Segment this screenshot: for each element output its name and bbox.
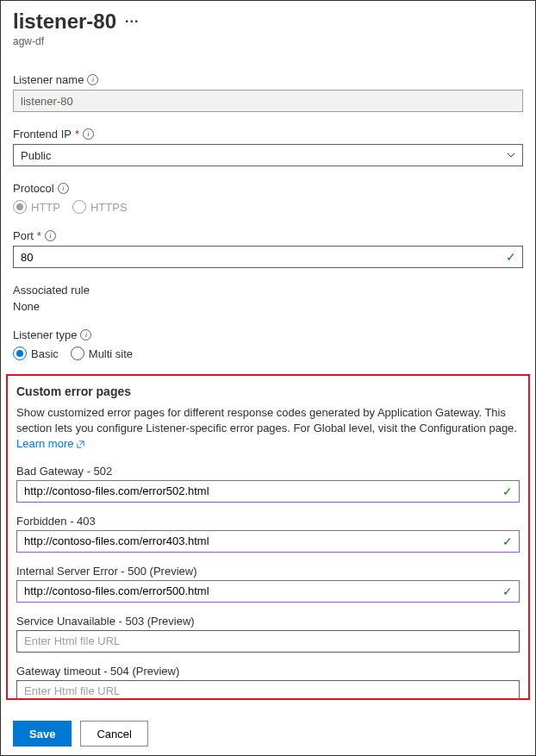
header: listener-80 ··· agw-df — [1, 1, 535, 51]
cancel-button[interactable]: Cancel — [80, 721, 147, 747]
port-label: Port — [13, 229, 34, 242]
field-port: Port * i ✓ — [13, 229, 523, 268]
info-icon[interactable]: i — [87, 74, 98, 85]
associated-rule-label: Associated rule — [13, 284, 90, 297]
listener-type-basic-radio[interactable]: Basic — [13, 347, 59, 360]
protocol-https-radio[interactable]: HTTPS — [72, 200, 128, 214]
error-page-url-input[interactable] — [16, 630, 520, 653]
error-page-label: Internal Server Error - 500 (Preview) — [16, 565, 520, 578]
frontend-ip-select[interactable]: Public — [13, 144, 523, 166]
error-page-url-input[interactable] — [16, 480, 520, 503]
error-page-field: Gateway timeout - 504 (Preview) — [16, 665, 520, 700]
custom-error-pages-section: Custom error pages Show customized error… — [6, 374, 530, 700]
required-indicator: * — [75, 128, 79, 141]
custom-errors-title: Custom error pages — [16, 384, 520, 398]
field-listener-type: Listener type i Basic Multi site — [13, 328, 523, 360]
resource-subtitle: agw-df — [13, 35, 523, 47]
required-indicator: * — [37, 229, 41, 242]
frontend-ip-label: Frontend IP — [13, 128, 72, 141]
field-listener-name: Listener name i — [13, 73, 523, 112]
page-title: listener-80 — [13, 9, 116, 34]
frontend-ip-value: Public — [21, 149, 51, 162]
listener-type-multi-label: Multi site — [89, 347, 133, 360]
protocol-http-label: HTTP — [31, 201, 60, 214]
error-page-url-input[interactable] — [16, 530, 520, 553]
more-actions-icon[interactable]: ··· — [125, 14, 139, 29]
info-icon[interactable]: i — [58, 183, 69, 194]
error-page-label: Bad Gateway - 502 — [16, 465, 520, 478]
listener-name-input — [13, 90, 523, 112]
error-page-label: Forbidden - 403 — [16, 515, 520, 528]
field-protocol: Protocol i HTTP HTTPS — [13, 182, 523, 214]
error-page-label: Service Unavailable - 503 (Preview) — [16, 615, 520, 628]
error-page-label: Gateway timeout - 504 (Preview) — [16, 665, 520, 678]
info-icon[interactable]: i — [45, 230, 56, 241]
listener-name-label: Listener name — [13, 73, 84, 86]
listener-type-basic-label: Basic — [31, 347, 59, 360]
info-icon[interactable]: i — [83, 128, 94, 140]
error-page-field: Internal Server Error - 500 (Preview)✓ — [16, 565, 520, 603]
field-frontend-ip: Frontend IP * i Public — [13, 128, 523, 166]
port-input[interactable] — [13, 246, 523, 268]
footer: Save Cancel — [1, 712, 535, 755]
associated-rule-value: None — [13, 300, 523, 313]
field-associated-rule: Associated rule None — [13, 284, 523, 313]
error-page-field: Forbidden - 403✓ — [16, 515, 520, 553]
save-button[interactable]: Save — [13, 721, 72, 747]
error-page-url-input[interactable] — [16, 580, 520, 603]
protocol-label: Protocol — [13, 182, 54, 195]
listener-type-multi-radio[interactable]: Multi site — [71, 347, 133, 360]
error-page-url-input[interactable] — [16, 680, 520, 700]
protocol-http-radio[interactable]: HTTP — [13, 200, 60, 214]
form-area: Listener name i Frontend IP * i Public P… — [1, 51, 535, 360]
error-page-field: Bad Gateway - 502✓ — [16, 465, 520, 503]
error-page-field: Service Unavailable - 503 (Preview) — [16, 615, 520, 653]
external-link-icon — [76, 440, 85, 449]
listener-type-label: Listener type — [13, 328, 77, 341]
custom-errors-desc: Show customized error pages for differen… — [16, 405, 520, 453]
learn-more-link[interactable]: Learn more — [16, 436, 85, 452]
protocol-https-label: HTTPS — [90, 201, 128, 214]
info-icon[interactable]: i — [80, 329, 91, 341]
